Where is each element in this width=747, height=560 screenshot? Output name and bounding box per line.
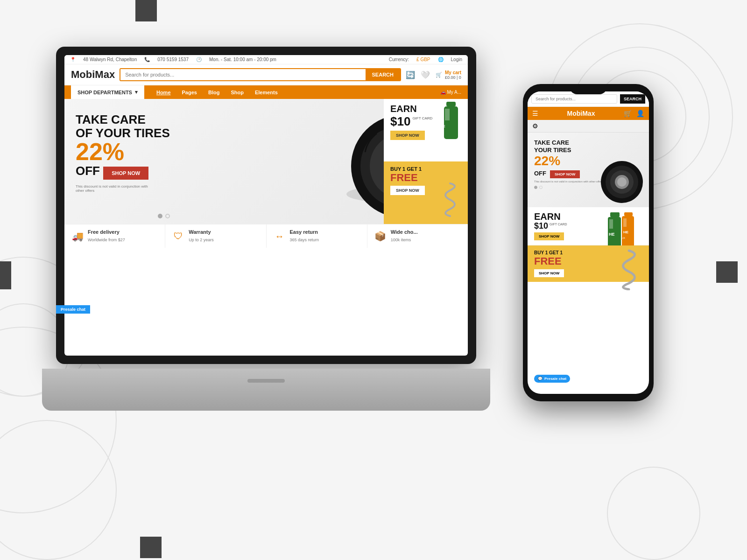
svg-rect-23 — [624, 212, 633, 216]
svg-text:HE: HE — [609, 232, 615, 237]
deco-square-3 — [716, 261, 738, 283]
feature-delivery-text: Free delivery Worldwide from $27 — [88, 229, 125, 243]
carousel-dot-1[interactable] — [158, 214, 162, 218]
laptop-presale-chat[interactable]: Presale chat — [56, 305, 90, 314]
deco-square-1 — [135, 0, 157, 21]
nav-pages[interactable]: Pages — [176, 86, 203, 99]
return-title: Easy return — [290, 229, 319, 235]
phone-device: SEARCH ☰ MobiMax 🛒 👤 ⚙ TAKE CAR — [523, 84, 654, 401]
svg-rect-19 — [610, 212, 620, 217]
topbar-left: 📍 48 Walwyn Rd, Chapelton 📞 070 5159 153… — [70, 57, 276, 62]
nav-links: Home Pages Blog Shop Elements — [151, 86, 283, 99]
laptop-notch — [247, 379, 285, 383]
wide-icon: 📦 — [374, 230, 387, 243]
svg-text:LIX: LIX — [621, 237, 625, 239]
phone-logo: MobiMax — [567, 110, 595, 117]
cart-button[interactable]: 🛒 My cart £0.00 | 0 — [436, 70, 461, 80]
nav-shop[interactable]: Shop — [225, 86, 249, 99]
hero-right-panels: EARN $10 GIFT CARD SHOP NOW — [384, 99, 468, 224]
hero-discount: 22% — [76, 140, 373, 164]
refresh-icon[interactable]: 🔄 — [406, 70, 415, 79]
currency-value[interactable]: £ GBP — [416, 57, 430, 62]
shop-dept-label: SHOP DEPARTMENTS — [78, 90, 132, 95]
carousel-dot-2[interactable] — [165, 214, 170, 218]
phone-search-input[interactable] — [531, 94, 617, 104]
warranty-icon: 🛡 — [172, 230, 185, 243]
feature-wide: 📦 Wide cho... 100k items — [367, 224, 468, 248]
phone-spring-image — [613, 248, 645, 292]
chevron-down-icon: ▾ — [135, 89, 138, 95]
phone-dot-2[interactable] — [539, 186, 543, 189]
phone-hero: TAKE CARE YOUR TIRES 22% OFF SHOP NOW Th… — [528, 133, 649, 207]
logo-max: Max — [95, 69, 115, 80]
cart-info: My cart £0.00 | 0 — [445, 70, 461, 80]
phone-b1g1-btn[interactable]: SHOP NOW — [534, 269, 564, 277]
warranty-title: Warranty — [189, 229, 214, 235]
currency-label: Currency: — [389, 57, 409, 62]
earn-panel: EARN $10 GIFT CARD SHOP NOW — [384, 99, 468, 161]
laptop-nav: SHOP DEPARTMENTS ▾ Home Pages Blog Shop … — [64, 85, 468, 99]
phone-earn-btn[interactable]: SHOP NOW — [534, 232, 564, 240]
feature-delivery: 🚚 Free delivery Worldwide from $27 — [64, 224, 165, 248]
svg-rect-25 — [623, 218, 627, 227]
phone-menu-icon[interactable]: ☰ — [532, 110, 538, 117]
hero-shop-btn[interactable]: SHOP NOW — [103, 167, 148, 180]
address-text: 48 Walwyn Rd, Chapelton — [83, 57, 137, 62]
my-account-btn[interactable]: 🚗 My A... — [440, 90, 461, 95]
cart-icon: 🛒 — [436, 72, 442, 78]
oil-bottle-image: HE — [437, 102, 465, 146]
phone-earn-gift: GIFT CARD — [550, 223, 567, 226]
feature-return-text: Easy return 365 days return — [290, 229, 319, 243]
features-bar: 🚚 Free delivery Worldwide from $27 🛡 War… — [64, 224, 468, 248]
logo-mobi: Mobi — [71, 69, 95, 80]
warranty-sub: Up to 2 years — [189, 238, 214, 242]
phone-user-icon[interactable]: 👤 — [636, 110, 644, 117]
b1g1-title: BUY 1 GET 1 — [390, 166, 461, 172]
svg-text:HE: HE — [441, 125, 445, 128]
search-input[interactable] — [120, 69, 365, 80]
feature-warranty-text: Warranty Up to 2 years — [189, 229, 214, 243]
b1g1-shop-btn[interactable]: SHOP NOW — [390, 186, 425, 195]
hero-off: OFF SHOP NOW — [76, 164, 373, 180]
hero-off-text: OFF — [76, 164, 100, 178]
hero-left: TAKE CARE OF YOUR TIRES 22% OFF SHOP NOW… — [64, 99, 384, 224]
clock-icon: 🕐 — [196, 57, 202, 62]
phone-settings-icon[interactable]: ⚙ — [532, 122, 538, 130]
feature-warranty: 🛡 Warranty Up to 2 years — [165, 224, 266, 248]
phone-dot-1[interactable] — [534, 186, 537, 189]
phone-search-btn[interactable]: SEARCH — [620, 94, 645, 104]
deco-square-2 — [0, 261, 11, 289]
phone-hero-shop-btn[interactable]: SHOP NOW — [550, 170, 580, 178]
login-link[interactable]: Login — [451, 57, 462, 62]
phone-earn-amount-row: $10 GIFT CARD — [534, 221, 567, 231]
shop-departments-btn[interactable]: SHOP DEPARTMENTS ▾ — [71, 85, 144, 99]
phone-icon: 📞 — [144, 57, 150, 62]
phone-presale-chat[interactable]: 💬 Presale chat — [534, 375, 570, 383]
hero-carousel-dots — [158, 214, 170, 218]
address-icon: 📍 — [70, 57, 76, 62]
search-button[interactable]: SEARCH — [366, 69, 400, 80]
phone-notch — [570, 84, 607, 94]
phone-hero-title2: YOUR TIRES — [534, 147, 642, 154]
topbar-right: Currency: £ GBP 🌐 Login — [389, 57, 462, 62]
hero-title-line2: OF YOUR TIRES — [76, 126, 373, 140]
nav-blog[interactable]: Blog — [203, 86, 225, 99]
earn-shop-btn[interactable]: SHOP NOW — [390, 131, 425, 140]
delivery-icon: 🚚 — [71, 230, 84, 243]
wishlist-icon[interactable]: 🤍 — [421, 70, 430, 79]
spring-image — [436, 181, 464, 220]
delivery-title: Free delivery — [88, 229, 125, 235]
phone-presale-label: Presale chat — [544, 377, 566, 381]
phone-hero-title1: TAKE CARE — [534, 139, 642, 147]
laptop-base — [42, 369, 490, 411]
cart-amount: £0.00 | 0 — [445, 75, 461, 80]
phone-cart-icon[interactable]: 🛒 — [624, 110, 632, 117]
wide-title: Wide cho... — [391, 229, 418, 235]
nav-elements[interactable]: Elements — [249, 86, 283, 99]
hero-title-line1: TAKE CARE — [76, 113, 373, 126]
earn-amount: $10 — [390, 114, 410, 129]
nav-home[interactable]: Home — [151, 86, 176, 99]
phone-logo-mobi: Mobi — [567, 110, 583, 117]
phone-earn-title: EARN — [534, 212, 567, 221]
cart-label: My cart — [445, 70, 461, 75]
